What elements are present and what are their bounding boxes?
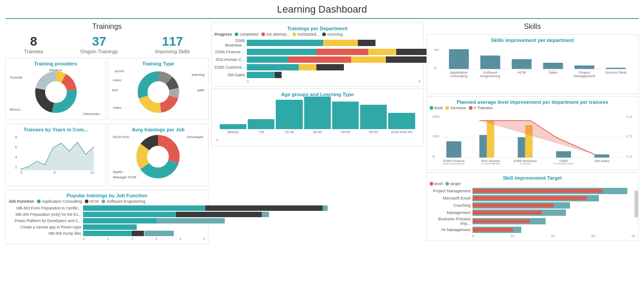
medium-label: Medium <box>49 68 62 72</box>
svg-text:0: 0 <box>432 154 435 158</box>
popular-legend: Job Function Application Consulting HCM … <box>9 199 205 204</box>
hcm-prof-label: HCM Prof... <box>113 135 132 139</box>
legend-softeng: Software Engineering <box>102 199 145 204</box>
legend-target-target: target <box>445 181 461 186</box>
popular-title: Popular trainings by Job Function <box>9 193 205 198</box>
legend-target-level: level <box>430 181 443 186</box>
developer-label: Developer <box>187 135 204 139</box>
svg-point-25 <box>151 149 165 164</box>
ongoing-num: 37 <box>80 34 118 49</box>
svg-text:1.0: 1.0 <box>625 154 631 158</box>
video-label: video <box>113 106 121 110</box>
pop-row: Power Platform for Developers and C... <box>9 218 205 223</box>
svg-text:4: 4 <box>15 155 17 159</box>
trainings-section: Trainings 8 Trainees 37 Ongoin Trainings… <box>5 23 208 244</box>
svg-rect-33 <box>606 68 625 69</box>
target-row: Management <box>430 209 636 216</box>
stats-row: 8 Trainees 37 Ongoin Trainings 117 Impro… <box>5 34 208 54</box>
trainees-num: 8 <box>24 34 43 49</box>
svg-text:Central: Central <box>520 163 530 164</box>
svg-text:Consulting: Consulting <box>450 74 467 78</box>
stat-trainees: 8 Trainees <box>24 34 43 54</box>
type-title: Training Type <box>111 61 205 66</box>
popular-chart: MB-300 From Preparation to Certific...MB… <box>9 205 205 236</box>
svg-text:0: 0 <box>434 66 436 70</box>
skills-improvement-panel: Skills improvement per department 50 0 <box>426 34 639 94</box>
planned-legend: level Increase # Trainees <box>430 106 636 110</box>
target-row: Project Management <box>430 188 636 194</box>
svg-text:2.0: 2.0 <box>625 115 631 119</box>
skills-improvement-title: Skills improvement per department <box>430 37 636 43</box>
svg-text:5: 5 <box>53 170 56 175</box>
svg-rect-31 <box>543 63 563 69</box>
text-label: text <box>112 88 118 92</box>
svg-rect-55 <box>518 137 525 158</box>
stat-skills: 117 Improving Skills <box>155 34 190 54</box>
svg-rect-28 <box>449 49 468 69</box>
svg-text:Capital Mgmt: Capital Mgmt <box>481 163 500 164</box>
providers-donut: Medium Youtube Micros... Other/Inte... <box>9 67 103 117</box>
avrg-job-donut: HCM Prof... Developer Applic... Manager … <box>111 133 205 183</box>
trainings-section-title: Trainings <box>5 23 208 31</box>
applic-label: Applic... <box>113 170 125 174</box>
svg-rect-57 <box>556 151 571 158</box>
ongoing-label: Ongoin Trainings <box>80 49 118 54</box>
avrg-job-chart: Avrg trainings per Job HCM Prof... Devel… <box>108 124 208 186</box>
svg-text:8: 8 <box>15 135 17 140</box>
legend-ongoing: onGoing <box>322 32 343 37</box>
age-bar-col: <25 <box>248 119 274 134</box>
avrg-job-title: Avrg trainings per Job <box>111 127 205 132</box>
svg-text:50: 50 <box>434 48 439 52</box>
skills-num: 117 <box>155 34 190 49</box>
sub-charts-row: Training providers Medium <box>5 58 208 120</box>
svg-text:Sales: Sales <box>548 71 557 74</box>
youtube-label: Youtube <box>9 75 23 79</box>
dept-title: Trainings per Department <box>214 26 421 31</box>
trainees-year-title: Trainees by Years in Com... <box>9 127 103 132</box>
svg-text:100: 100 <box>432 134 440 138</box>
learning-label: learning <box>192 73 204 77</box>
skills-section: Skills Skills improvement per department… <box>426 23 639 244</box>
mgr-hcm-label: Manager HCM <box>113 175 136 179</box>
age-chart: (Blank)<2525-3535-4545-5555-65more than … <box>218 98 417 134</box>
svg-text:SM-Sales: SM-Sales <box>594 160 610 163</box>
scorm-label: scorm <box>115 69 125 73</box>
target-chart: Project ManagementMicrosoft ExcelCoachin… <box>430 188 636 233</box>
dept-row: D365 Custome... <box>214 64 421 70</box>
planned-title: Planned average level improvement per de… <box>430 99 636 105</box>
legend-appcon: Application Consulting <box>37 199 82 204</box>
dept-row: SM-Sales <box>214 72 421 78</box>
popular-trainings-panel: Popular trainings by Job Function Job Fu… <box>5 190 208 244</box>
svg-marker-20 <box>20 142 94 170</box>
pop-row: Create a canvas app in Power Apps <box>9 224 205 230</box>
dept-row: D365 Finance ... <box>214 49 421 55</box>
training-providers-chart: Training providers Medium <box>5 58 106 120</box>
svg-rect-29 <box>480 56 500 69</box>
skills-label: Improving Skills <box>155 49 190 54</box>
svg-text:and Operations: and Operations <box>443 163 465 164</box>
mooc-label: mooc <box>113 78 122 82</box>
svg-text:HCM: HCM <box>517 71 525 74</box>
age-bar-col: 45-55 <box>332 102 359 134</box>
sub-charts-row-2: Trainees by Years in Com... 8 6 4 2 0 5 … <box>5 124 208 186</box>
age-bar-col: (Blank) <box>220 124 246 134</box>
target-row: Business Process Imp... <box>430 217 636 226</box>
legend-not-attempt: not attempt... <box>261 32 290 37</box>
target-row: Microsoft Excel <box>430 195 636 201</box>
planned-avg-panel: Planned average level improvement per de… <box>426 96 639 170</box>
svg-rect-54 <box>486 121 494 158</box>
skill-target-title: Skill improvement Target <box>430 175 636 181</box>
training-type-chart: Training Type scorm mooc <box>108 58 208 120</box>
svg-text:0: 0 <box>20 170 23 175</box>
scrollbar[interactable] <box>635 191 638 218</box>
svg-text:Management: Management <box>574 74 595 78</box>
age-bar-col: 55-65 <box>360 105 387 134</box>
age-bar-col: 25-35 <box>276 100 302 134</box>
svg-text:Engineering: Engineering <box>480 74 500 78</box>
svg-text:1.5: 1.5 <box>625 134 631 138</box>
legend-trainees: # Trainees <box>469 106 493 110</box>
providers-title: Training providers <box>9 61 103 66</box>
dept-row: D365 Business... <box>214 38 421 47</box>
pop-row: MB-300 Preparation (only) for the Ex... <box>9 212 205 217</box>
svg-rect-32 <box>574 65 594 69</box>
